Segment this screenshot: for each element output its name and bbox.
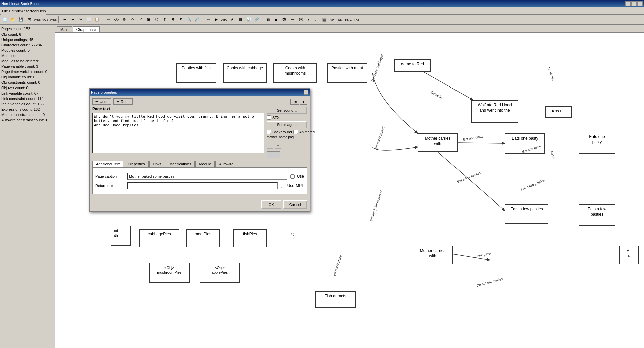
maximize-button[interactable]: □ [631, 1, 637, 6]
txt-icon[interactable]: TXT [353, 16, 360, 23]
rec-icon[interactable]: ⏺ [272, 16, 280, 23]
sfx-checkbox[interactable] [267, 115, 271, 120]
upload-icon[interactable]: ⬆ [161, 16, 168, 23]
vr-icon[interactable]: VR [329, 16, 336, 23]
menu-tools[interactable]: Tools [31, 7, 38, 15]
menu-edit[interactable]: Edit [9, 7, 16, 15]
monitor-icon[interactable]: 🖥 [264, 16, 272, 23]
tab-main[interactable]: Main [57, 26, 72, 32]
search-icon[interactable]: 🔍 [185, 16, 193, 23]
lang-dropdown[interactable]: ▼ [300, 99, 307, 105]
page-caption-input[interactable] [127, 173, 287, 180]
node-apple-pies[interactable]: <Obj>applePies [200, 263, 240, 283]
obj-icon[interactable]: ◇ [129, 16, 136, 23]
vid-icon[interactable]: 🎬 [321, 16, 328, 23]
minus-button[interactable]: - [275, 142, 281, 149]
tab-additional-text[interactable]: Additional Text [92, 161, 123, 167]
page-properties-dialog[interactable]: Page properties × ↩ Undo ↪ Redo [89, 88, 310, 212]
save-icon[interactable]: 💾 [17, 16, 25, 23]
node-partial-2[interactable]: odith [111, 226, 131, 246]
return-text-input[interactable] [127, 182, 278, 189]
node-wolf-ate[interactable]: Wolf ate Red Hood and went into the [471, 100, 518, 123]
node-came-red[interactable]: came to Red [394, 59, 431, 72]
menu-help[interactable]: Help [38, 7, 46, 15]
frame-icon[interactable]: ▣ [145, 16, 152, 23]
web2-icon[interactable]: WEB [50, 16, 57, 23]
node-cabbage-pies[interactable]: cabbagePies [139, 229, 179, 247]
menu-file[interactable]: File [1, 7, 9, 15]
check-icon[interactable]: ✓ [137, 16, 144, 23]
set-image-button[interactable]: Set image... [267, 121, 307, 128]
img2-icon[interactable]: 🗃 [288, 16, 296, 23]
ok-button[interactable]: OK [261, 200, 281, 209]
animated-checkbox[interactable] [293, 130, 298, 134]
node-fish-pies[interactable]: fishPies [233, 229, 267, 247]
tab-module[interactable]: Module [195, 161, 215, 167]
table-icon[interactable]: ▦ [237, 16, 244, 23]
undo-button[interactable]: ↩ Undo [92, 98, 111, 105]
edit-icon[interactable]: ✏ [105, 16, 112, 23]
node-meat-pies[interactable]: meatPies [186, 229, 220, 247]
tab-links[interactable]: Links [149, 161, 165, 167]
vcs-icon[interactable]: VCS [42, 16, 49, 23]
redo-icon[interactable]: ↪ [69, 16, 76, 23]
mus2-icon[interactable]: ♫ [313, 16, 320, 23]
properties-icon[interactable]: ⚙ [121, 16, 128, 23]
map-icon[interactable]: 🗺 [297, 16, 304, 23]
search2-icon[interactable]: 🔎 [193, 16, 201, 23]
sm-icon[interactable]: SM [337, 16, 344, 23]
dialog-close-button[interactable]: × [304, 90, 308, 95]
open-icon[interactable]: 📂 [9, 16, 17, 23]
new-icon[interactable]: 📄 [1, 16, 9, 23]
undo-icon[interactable]: ↩ [61, 16, 68, 23]
module-icon[interactable]: ⬡ [153, 16, 160, 23]
node-kiss[interactable]: Kiss li... [545, 106, 572, 118]
node-eats-few-right[interactable]: Eats a fewpasties [579, 204, 615, 226]
star-icon[interactable]: ★ [229, 16, 236, 23]
node-mother-carries2[interactable]: Mother carries with [413, 246, 453, 264]
redo-button[interactable]: ↪ Redo [113, 98, 132, 105]
bg-checkbox[interactable] [267, 130, 271, 134]
tab-modifications[interactable]: Modifications [166, 161, 195, 167]
color-picker[interactable] [267, 151, 280, 158]
link-icon[interactable]: 🔗 [253, 16, 260, 23]
node-pasties-fish[interactable]: Pasties with fish [176, 63, 216, 83]
chart-icon[interactable]: 📊 [245, 16, 252, 23]
node-mo-partial[interactable]: Moha... [619, 246, 639, 264]
del-icon[interactable]: ✖ [169, 16, 176, 23]
set-sound-button[interactable]: Set sound... [267, 107, 307, 114]
node-cooks-cabbage[interactable]: Cooks with cabbage [223, 63, 267, 83]
page-caption-use-checkbox[interactable] [290, 174, 295, 179]
node-mother-carries1[interactable]: Mother carries with [418, 133, 458, 152]
node-cooks-mushrooms[interactable]: Cooks with mushrooms [273, 63, 317, 83]
plus-button[interactable]: + [267, 142, 273, 149]
close-button[interactable]: × [637, 1, 643, 6]
paste-icon[interactable]: 📋 [93, 16, 101, 23]
node-eats-few[interactable]: Eats a few pasties [505, 204, 548, 224]
img-icon[interactable]: 🖼 [280, 16, 288, 23]
node-pasties-meat[interactable]: Pasties with meat [327, 63, 367, 83]
pencil-icon[interactable]: ✏ [205, 16, 212, 23]
cut-icon[interactable]: ✂ [77, 16, 85, 23]
node-eats-one-right[interactable]: Eats onepasty [579, 132, 615, 154]
node-fish-attracts[interactable]: Fish attracts [315, 291, 356, 308]
tab-chaperon-close[interactable]: × [94, 28, 96, 32]
page-text-textarea[interactable] [92, 113, 264, 153]
abc-icon[interactable]: ABC [221, 16, 228, 23]
cancel-button[interactable]: Cancel [283, 200, 307, 209]
minimize-button[interactable]: _ [625, 1, 631, 6]
cross-icon[interactable]: ✗ [177, 16, 184, 23]
tab-chaperon[interactable]: Chaperon × [73, 26, 100, 32]
run-icon[interactable]: ▶ [213, 16, 220, 23]
tab-properties[interactable]: Properties [124, 161, 148, 167]
canvas[interactable]: Pasties with fish Cooks with cabbage Coo… [55, 33, 644, 348]
tab-autowire[interactable]: Autowire [215, 161, 237, 167]
menu-insert[interactable]: Insert [23, 7, 31, 15]
save-as-icon[interactable]: 🖫 [25, 16, 33, 23]
code-icon[interactable]: </> [113, 16, 120, 23]
copy-icon[interactable]: ⬜ [85, 16, 93, 23]
png-icon[interactable]: PNG [345, 16, 352, 23]
music-icon[interactable]: ♪ [305, 16, 312, 23]
use-mpl-checkbox[interactable] [281, 184, 285, 188]
web-icon[interactable]: WEB [34, 16, 41, 23]
